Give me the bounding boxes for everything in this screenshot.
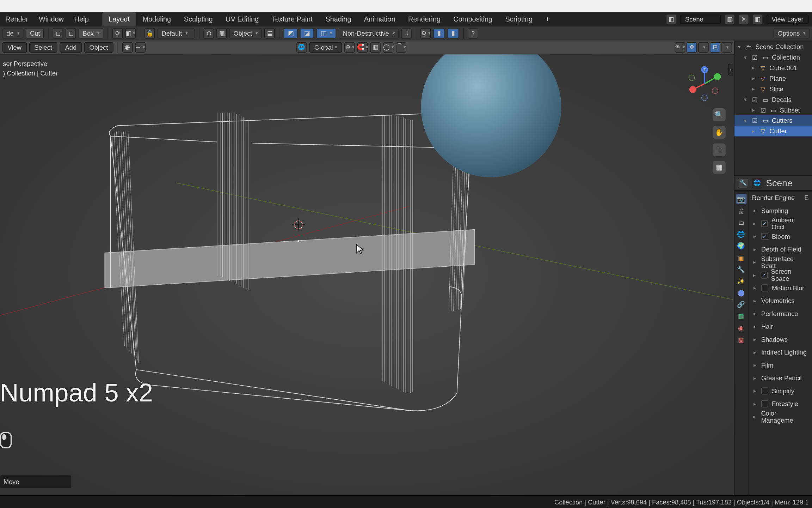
workspace-tab-modeling[interactable]: Modeling	[136, 12, 177, 26]
apply-icon[interactable]: ⬓	[264, 28, 275, 38]
ortho-icon[interactable]: ▦	[713, 161, 725, 174]
outliner-item-slice[interactable]: ▸▽Slice	[734, 84, 812, 94]
ptab-physics[interactable]: ⬤	[736, 288, 746, 298]
object-menu[interactable]: Object	[84, 42, 113, 53]
ptab-output[interactable]: 🖨	[736, 205, 746, 216]
ptab-modifiers[interactable]: 🔧	[736, 264, 746, 274]
viewport-3d[interactable]: ser Perspective ) Collection | Cutter	[0, 54, 734, 495]
outliner-item-cutters[interactable]: ▾☑▭Cutters	[734, 115, 812, 126]
checkbox[interactable]	[761, 233, 768, 240]
panel-screen-space[interactable]: ▸Screen Space	[749, 268, 812, 281]
ptab-constraints[interactable]: 🔗	[736, 299, 746, 310]
view-menu[interactable]: View	[2, 42, 27, 53]
outliner-item-subset[interactable]: ▸☑▭Subset	[734, 105, 812, 115]
shape-box-dropdown[interactable]: Box	[79, 28, 104, 38]
nondestructive-dropdown[interactable]: Non-Destructive	[339, 28, 399, 38]
ptab-particles[interactable]: ✨	[736, 276, 746, 286]
propedit-icon[interactable]: ◯	[383, 42, 394, 53]
shape-icon-2[interactable]: ◻	[66, 28, 76, 38]
export-icon[interactable]: ⇩	[401, 28, 412, 38]
checkbox[interactable]	[761, 272, 768, 279]
ptab-world[interactable]: 🌍	[736, 241, 746, 251]
panel-bloom[interactable]: ▸Bloom	[749, 230, 812, 243]
overlay-options-icon[interactable]	[721, 42, 732, 53]
menu-help[interactable]: Help	[69, 12, 94, 26]
ptab-scene[interactable]: 🌐	[736, 229, 746, 240]
origin-icon[interactable]: ⊙	[204, 28, 214, 38]
add-menu[interactable]: Add	[60, 42, 82, 53]
workspace-tab-sculpting[interactable]: Sculpting	[177, 12, 219, 26]
props-editor-icon[interactable]: 🔧	[738, 178, 749, 188]
outliner-item-cutter[interactable]: ▸▽Cutter	[734, 126, 812, 137]
bool-diff-icon[interactable]: ◪	[300, 28, 314, 38]
select-menu[interactable]: Select	[29, 42, 57, 53]
lock-icon[interactable]: 🔒	[144, 28, 155, 38]
render-engine-value[interactable]: E	[804, 194, 808, 201]
checkbox[interactable]	[761, 220, 768, 227]
panel-color-manageme[interactable]: ▸Color Manageme	[749, 410, 812, 423]
panel-grease-pencil[interactable]: ▸Grease Pencil	[749, 371, 812, 384]
workspace-tab-scripting[interactable]: Scripting	[499, 12, 539, 26]
workspace-tab-layout[interactable]: Layout	[102, 12, 136, 26]
checkbox[interactable]	[761, 400, 768, 407]
checkbox[interactable]	[761, 387, 768, 394]
tool-cut[interactable]: Cut	[26, 28, 44, 38]
scene-new-icon[interactable]: ▥	[724, 14, 735, 24]
visibility-icon[interactable]: 👁	[675, 42, 685, 53]
global-dropdown[interactable]: Global	[309, 42, 342, 53]
panel-film[interactable]: ▸Film	[749, 359, 812, 371]
outliner-root[interactable]: ▾🗀Scene Collection	[734, 42, 812, 52]
nav-gizmo[interactable]: Z	[686, 65, 723, 102]
snap-icon[interactable]: 🧲	[357, 42, 368, 53]
preset-default[interactable]: Default	[158, 28, 195, 38]
workspace-tab-animation[interactable]: Animation	[358, 12, 402, 26]
camera-icon[interactable]: 🎥	[713, 143, 725, 156]
outliner-item-decals[interactable]: ▾☑▭Decals	[734, 94, 812, 105]
ptab-render[interactable]: 📷	[736, 194, 746, 204]
bool-mode-icon[interactable]: ◫	[316, 28, 336, 38]
zoom-icon[interactable]: 🔍	[713, 108, 725, 121]
shape-icon[interactable]: ◻	[53, 28, 63, 38]
workspace-tab-compositing[interactable]: Compositing	[447, 12, 499, 26]
checkbox[interactable]	[761, 284, 768, 291]
scene-browse-icon[interactable]: ◧	[666, 14, 676, 24]
ptab-texture[interactable]: ▩	[736, 334, 746, 345]
viewlayer-browse-icon[interactable]: ◧	[752, 14, 763, 24]
panel-simplify[interactable]: ▸Simplify	[749, 385, 812, 397]
object-icon[interactable]: ▦	[216, 28, 227, 38]
workspace-tab-uv-editing[interactable]: UV Editing	[219, 12, 265, 26]
toggle-a-icon[interactable]: ▮	[433, 28, 445, 38]
viewlayer-field[interactable]: View Layer	[767, 14, 809, 24]
n-panel-toggle[interactable]: ‹	[728, 64, 732, 75]
workspace-tab-rendering[interactable]: Rendering	[402, 12, 447, 26]
pivot2-icon[interactable]: ⊕	[345, 42, 355, 53]
gizmo-toggle-icon[interactable]: ✥	[687, 42, 697, 53]
snap-target-icon[interactable]: ▦	[370, 42, 381, 53]
panel-depth-of-field[interactable]: ▸Depth of Field	[749, 243, 812, 255]
menu-render[interactable]: Render	[0, 12, 33, 26]
scene-delete-icon[interactable]: ✕	[738, 14, 749, 24]
last-operator[interactable]: Move	[0, 475, 71, 488]
panel-performance[interactable]: ▸Performance	[749, 307, 812, 320]
gear-icon[interactable]: ⚙	[420, 28, 431, 38]
gizmo-options-icon[interactable]	[698, 42, 709, 53]
ptab-object[interactable]: ▣	[736, 252, 746, 263]
panel-sampling[interactable]: ▸Sampling	[749, 204, 812, 217]
workspace-add[interactable]: +	[539, 12, 556, 26]
toggle-b-icon[interactable]: ▮	[447, 28, 459, 38]
panel-volumetrics[interactable]: ▸Volumetrics	[749, 294, 812, 307]
ptab-viewlayer[interactable]: 🗂	[736, 217, 746, 228]
panel-subsurface-scatt[interactable]: ▸Subsurface Scatt	[749, 256, 812, 268]
panel-ambient-occl[interactable]: ▸Ambient Occl	[749, 217, 812, 230]
pivot-icon[interactable]: ⟳	[112, 28, 123, 38]
outliner-item-cube-001[interactable]: ▸▽Cube.001	[734, 63, 812, 73]
panel-motion-blur[interactable]: ▸Motion Blur	[749, 282, 812, 294]
panel-freestyle[interactable]: ▸Freestyle	[749, 397, 812, 410]
workspace-tab-shading[interactable]: Shading	[319, 12, 358, 26]
scene-name-field[interactable]: Scene	[680, 14, 721, 24]
outliner-item-collection[interactable]: ▾☑▭Collection	[734, 52, 812, 63]
panel-indirect-lighting[interactable]: ▸Indirect Lighting	[749, 346, 812, 358]
menu-window[interactable]: Window	[33, 12, 69, 26]
orientation2-icon[interactable]: 🌐	[296, 42, 307, 53]
panel-hair[interactable]: ▸Hair	[749, 320, 812, 333]
